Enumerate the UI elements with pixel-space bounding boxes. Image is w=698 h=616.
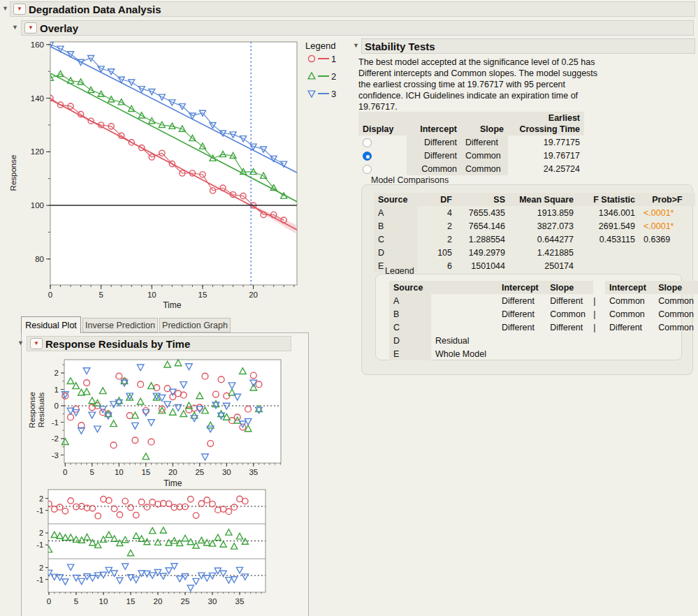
- red-triangle-menu-root[interactable]: ▼: [13, 3, 26, 15]
- legend-cell: |: [593, 307, 605, 321]
- tab-inverse-prediction[interactable]: Inverse Prediction: [82, 318, 158, 332]
- mc-cell: 4: [417, 206, 456, 219]
- legend-cell: Residual: [431, 334, 497, 347]
- svg-text:0: 0: [54, 402, 59, 410]
- overlay-legend-title: Legend: [305, 41, 335, 51]
- mc-table-row: B27654.1463827.0732691.549<.0001*: [374, 219, 695, 233]
- display-radio[interactable]: [363, 152, 372, 161]
- legend-item-1[interactable]: 1: [306, 53, 336, 64]
- tab-prediction-graph[interactable]: Prediction Graph: [159, 318, 231, 332]
- svg-text:20: 20: [168, 468, 177, 476]
- collapse-triangle-stability[interactable]: ▼: [353, 43, 359, 49]
- legend-cell: [654, 347, 698, 360]
- svg-text:30: 30: [208, 597, 217, 606]
- legend-table-row: CDifferentDifferent|DifferentCommon: [389, 321, 698, 334]
- legend-item-3[interactable]: 3: [306, 88, 336, 99]
- svg-text:-1: -1: [36, 541, 43, 549]
- red-triangle-menu-overlay[interactable]: ▼: [24, 22, 37, 34]
- legend-item-2[interactable]: 2: [306, 71, 336, 82]
- svg-text:5: 5: [99, 291, 103, 299]
- legend-cell: [605, 334, 654, 347]
- collapse-triangle-overlay[interactable]: ▼: [12, 24, 18, 31]
- model-comparisons-label: Model Comparisons: [371, 175, 449, 185]
- svg-text:2: 2: [39, 494, 43, 503]
- svg-text:25: 25: [181, 597, 190, 606]
- legend-table-row: ADifferentDifferent|CommonCommon: [389, 294, 698, 307]
- svg-text:10: 10: [147, 291, 157, 299]
- display-radio[interactable]: [363, 165, 372, 174]
- mc-cell: 250174: [509, 259, 578, 272]
- collapse-triangle-residuals[interactable]: ▼: [17, 340, 24, 346]
- svg-text:0: 0: [48, 291, 52, 299]
- legend-cell: Different: [546, 294, 593, 307]
- legend-cell: Different: [546, 321, 593, 334]
- crossing-time-cell: 19.76717: [508, 149, 584, 162]
- mc-table-row: A47655.4351913.8591346.001<.0001*: [374, 206, 695, 219]
- overlay-title: Overlay: [40, 22, 78, 34]
- legend-cell: [431, 321, 497, 334]
- svg-text:5: 5: [74, 597, 78, 606]
- svg-text:10: 10: [115, 468, 124, 476]
- svg-text:2: 2: [39, 564, 43, 572]
- crossing-time-cell: 19.77175: [508, 135, 584, 149]
- mc-cell: 1.288554: [456, 233, 509, 246]
- red-triangle-icon: ▼: [28, 25, 34, 31]
- col-crossing-time: EarliestCrossing Time: [508, 112, 584, 135]
- legend-cell: Different: [605, 321, 654, 334]
- mc-col-Source: Source: [374, 193, 417, 206]
- mc-cell: 7655.435: [456, 206, 509, 219]
- legend-table-row: BDifferentCommon|CommonCommon: [389, 307, 698, 321]
- outline-bar-degradation[interactable]: ▼ Degradation Data Analysis: [10, 1, 695, 17]
- residual-strip-plots[interactable]: 2-12-12-105101520253035: [28, 485, 309, 616]
- legend-col-Intercept: Intercept: [497, 281, 546, 294]
- svg-text:-3: -3: [52, 451, 59, 460]
- legend-cell: [605, 347, 654, 360]
- stability-summary: The best model accepted at the significa…: [358, 57, 624, 112]
- red-triangle-menu-residuals[interactable]: ▼: [30, 338, 43, 349]
- mc-table-row: E61501044250174: [374, 259, 695, 272]
- model-comparisons-table: SourceDFSSMean SquareF StatisticProb>FA4…: [374, 193, 695, 272]
- slope-cell: Common: [461, 149, 508, 162]
- red-triangle-icon: ▼: [17, 6, 22, 12]
- mc-cell: 1501044: [456, 259, 509, 272]
- legend-cell: Common: [546, 307, 593, 321]
- mc-cell: 2: [417, 219, 456, 233]
- svg-text:2: 2: [54, 369, 59, 377]
- mc-cell: D: [374, 246, 417, 259]
- col-display: Display: [358, 112, 407, 135]
- outline-bar-overlay[interactable]: ▼ Overlay: [21, 20, 694, 36]
- mc-col-F Statistic: F Statistic: [578, 193, 639, 206]
- mc-cell: 105: [417, 246, 456, 259]
- svg-text:-1: -1: [36, 506, 43, 515]
- tab-residual-plot[interactable]: Residual Plot: [21, 316, 81, 333]
- mc-cell: 2691.549: [578, 219, 639, 233]
- residual-plot[interactable]: 210-1-2-305101520253035Time: [28, 355, 309, 492]
- collapse-triangle-root[interactable]: ▼: [2, 6, 8, 12]
- legend-cell: [546, 334, 593, 347]
- mc-col-DF: DF: [417, 193, 456, 206]
- residuals-title: Response Residuals by Time: [45, 338, 190, 350]
- outline-bar-stability[interactable]: Stability Tests: [361, 38, 695, 54]
- svg-text:160: 160: [31, 41, 44, 49]
- overlay-plot[interactable]: 1601401201008005101520Time: [21, 39, 353, 313]
- mc-cell: 0.453115: [578, 233, 639, 246]
- legend-cell: A: [389, 294, 431, 307]
- svg-text:25: 25: [195, 468, 204, 476]
- svg-text:1: 1: [54, 386, 59, 394]
- legend-item-label: 1: [331, 54, 336, 64]
- svg-text:0: 0: [63, 468, 67, 476]
- intercept-cell: Common: [407, 162, 461, 175]
- outline-bar-residuals[interactable]: ▼ Response Residuals by Time: [27, 336, 291, 351]
- slope-cell: Different: [461, 135, 508, 149]
- mc-cell: A: [374, 206, 417, 219]
- mc-cell: 1.421885: [509, 246, 578, 259]
- legend-cell: B: [389, 307, 431, 321]
- mc-cell: 0.644277: [509, 233, 578, 246]
- svg-text:20: 20: [154, 597, 163, 606]
- legend-cell: Common: [605, 307, 654, 321]
- stability-title: Stability Tests: [365, 41, 435, 52]
- display-table-row: CommonCommon24.25724: [358, 162, 584, 175]
- display-radio[interactable]: [363, 138, 372, 147]
- legend-table-row: EWhole Model: [389, 347, 698, 360]
- mc-cell: <.0001*: [639, 219, 695, 233]
